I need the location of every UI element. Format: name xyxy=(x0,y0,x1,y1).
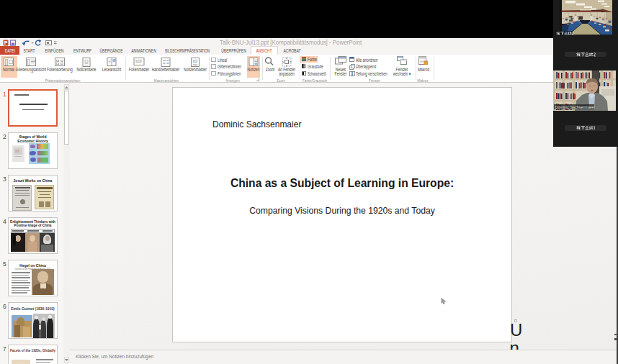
svg-text:Dominic Sachsenmaier: Dominic Sachsenmaier xyxy=(555,105,596,109)
svg-text:P: P xyxy=(4,40,8,45)
